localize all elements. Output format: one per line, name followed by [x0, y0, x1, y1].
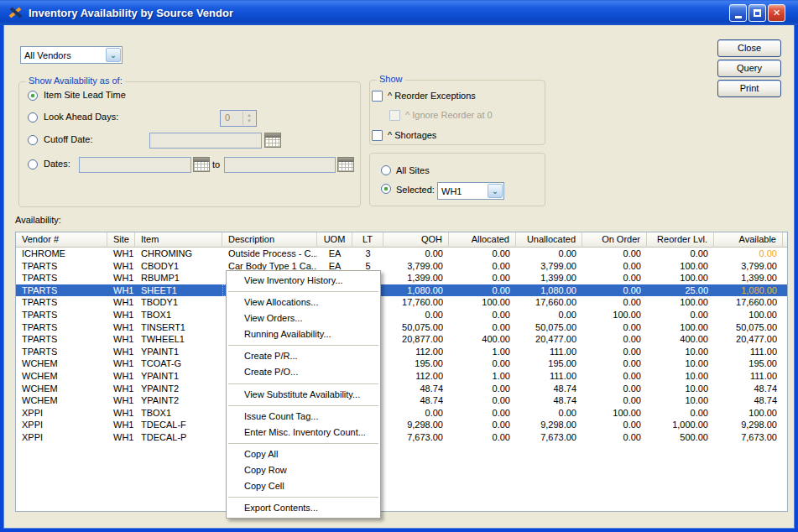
- table-row[interactable]: WCHEMWH1YPAINT2Y48.740.0048.740.0010.004…: [16, 383, 787, 395]
- menu-separator: [228, 405, 378, 406]
- table-row[interactable]: TPARTSWH1TBODY1T17,760.00100.0017,660.00…: [16, 296, 787, 309]
- availability-table[interactable]: Vendor #SiteItemDescriptionUOMLTQOHAlloc…: [15, 232, 788, 512]
- table-cell: 0.00: [647, 309, 714, 321]
- spinner-arrows-icon[interactable]: ▲▼: [243, 112, 255, 125]
- vendor-combo[interactable]: All Vendors ⌄: [20, 46, 123, 64]
- radio-look-ahead-days-label: Look Ahead Days:: [44, 112, 118, 122]
- column-header-reorder-lvl-[interactable]: Reorder Lvl.: [647, 232, 714, 248]
- cutoff-date-input[interactable]: [149, 133, 262, 149]
- column-header-on-order[interactable]: On Order: [582, 232, 647, 248]
- table-cell: 0.00: [383, 248, 449, 260]
- column-header-allocated[interactable]: Allocated: [449, 232, 516, 248]
- radio-all-sites[interactable]: [381, 165, 391, 175]
- table-cell: TDECAL-P: [135, 431, 222, 444]
- column-header-vendor-[interactable]: Vendor #: [16, 232, 107, 248]
- table-cell: 100.00: [647, 321, 714, 334]
- ignore-reorder-label: ^ Ignore Reorder at 0: [405, 110, 493, 120]
- calendar-icon[interactable]: [193, 157, 210, 172]
- table-row[interactable]: TPARTSWH1TWHEEL1T20,877.00400.0020,477.0…: [16, 333, 787, 346]
- table-cell: TPARTS: [16, 309, 107, 321]
- radio-item-site-lead-time[interactable]: [28, 91, 38, 101]
- table-cell: 0.00: [449, 383, 516, 395]
- calendar-icon[interactable]: [264, 133, 281, 148]
- table-row[interactable]: TPARTSWH1YPAINT1Y112.001.00111.000.0010.…: [16, 346, 787, 358]
- show-caption: Show: [377, 74, 405, 84]
- table-row[interactable]: ICHROMEWH1CHROMINGOutside Process - C...…: [16, 248, 787, 260]
- table-row[interactable]: XPPIWH1TDECAL-FF9,298.000.009,298.000.00…: [16, 419, 787, 431]
- table-cell: 195.00: [714, 357, 783, 370]
- table-cell: 195.00: [383, 357, 449, 370]
- menu-item-issue-count-tag[interactable]: Issue Count Tag...: [227, 409, 380, 425]
- menu-item-copy-cell[interactable]: Copy Cell: [227, 478, 380, 494]
- menu-item-view-orders[interactable]: View Orders...: [227, 310, 380, 326]
- table-cell: 100.00: [714, 407, 783, 420]
- menu-item-create-p-o[interactable]: Create P/O...: [227, 364, 380, 380]
- menu-item-export-contents[interactable]: Export Contents...: [227, 500, 380, 516]
- table-row[interactable]: TPARTSWH1RBUMP1T1,399.000.001,399.000.00…: [16, 272, 787, 284]
- print-button[interactable]: Print: [717, 80, 781, 97]
- table-cell: 7,673.00: [383, 431, 449, 444]
- table-cell: 0.00: [647, 407, 714, 420]
- site-combo[interactable]: WH1 ⌄: [437, 182, 504, 200]
- menu-item-running-availability[interactable]: Running Availability...: [227, 326, 380, 342]
- radio-cutoff-date[interactable]: [28, 135, 38, 145]
- table-cell: 0.00: [516, 248, 582, 260]
- column-header-uom[interactable]: UOM: [317, 232, 352, 248]
- radio-selected-site[interactable]: [381, 184, 391, 194]
- date-from-input[interactable]: [79, 157, 191, 173]
- column-header-item[interactable]: Item: [135, 232, 222, 248]
- table-cell: 100.00: [647, 272, 714, 284]
- close-icon[interactable]: ✕: [768, 4, 785, 22]
- column-header-site[interactable]: Site: [107, 232, 135, 248]
- table-row[interactable]: XPPIWH1TDECAL-PF7,673.000.007,673.000.00…: [16, 431, 787, 444]
- table-row[interactable]: WCHEMWH1TCOAT-GC195.000.00195.000.0010.0…: [16, 357, 787, 370]
- table-row[interactable]: WCHEMWH1YPAINT1Y112.001.00111.000.0010.0…: [16, 370, 787, 383]
- table-cell: 0.00: [582, 272, 647, 284]
- ignore-reorder-checkbox[interactable]: [389, 110, 400, 121]
- table-row[interactable]: WCHEMWH1YPAINT2Y48.740.0048.740.0010.004…: [16, 394, 787, 407]
- look-ahead-days-value: 0: [225, 112, 230, 123]
- calendar-icon[interactable]: [337, 157, 354, 172]
- table-row[interactable]: TPARTSWH1TINSERT1F50,075.000.0050,075.00…: [16, 321, 787, 334]
- menu-item-view-allocations[interactable]: View Allocations...: [227, 295, 380, 310]
- menu-item-create-p-r[interactable]: Create P/R...: [227, 348, 380, 364]
- table-cell: TBOX1: [135, 407, 222, 420]
- menu-item-view-inventory-history[interactable]: View Inventory History...: [227, 273, 380, 289]
- maximize-icon[interactable]: [748, 4, 766, 22]
- table-cell: 48.74: [714, 394, 783, 407]
- query-button[interactable]: Query: [717, 60, 781, 77]
- table-cell: 0.00: [449, 272, 516, 284]
- radio-cutoff-date-label: Cutoff Date:: [44, 134, 93, 144]
- close-button[interactable]: Close: [717, 39, 781, 57]
- titlebar[interactable]: Inventory Availability by Source Vendor …: [0, 0, 798, 25]
- table-cell: 100.00: [647, 260, 714, 273]
- table-row[interactable]: TPARTSWH1SHEET1S1,080.000.001,080.000.00…: [16, 284, 787, 297]
- table-cell: WH1: [107, 321, 135, 334]
- menu-item-copy-all[interactable]: Copy All: [227, 446, 380, 462]
- table-cell: 195.00: [516, 357, 582, 370]
- column-header-unallocated[interactable]: Unallocated: [516, 232, 582, 248]
- menu-item-enter-misc-inventory-count[interactable]: Enter Misc. Inventory Count...: [227, 425, 380, 441]
- shortages-checkbox[interactable]: [372, 130, 383, 141]
- table-cell: 1.00: [449, 346, 516, 358]
- menu-item-view-substitute-availability[interactable]: View Substitute Availability...: [227, 387, 380, 403]
- radio-dates[interactable]: [28, 159, 38, 170]
- chevron-down-icon[interactable]: ⌄: [488, 184, 503, 198]
- column-header-description[interactable]: Description: [222, 232, 317, 248]
- table-row[interactable]: TPARTSWH1CBODY1Car Body Type 1 Ca...EA53…: [16, 260, 787, 273]
- table-cell: RBUMP1: [135, 272, 222, 284]
- column-header-available[interactable]: Available: [714, 232, 783, 248]
- minimize-icon[interactable]: [729, 4, 747, 22]
- table-cell: TPARTS: [16, 284, 107, 297]
- table-cell: 111.00: [516, 370, 582, 383]
- date-to-input[interactable]: [224, 157, 336, 173]
- chevron-down-icon[interactable]: ⌄: [106, 48, 121, 62]
- look-ahead-days-spinner[interactable]: 0 ▲▼: [220, 110, 257, 127]
- reorder-exceptions-checkbox[interactable]: [372, 91, 383, 102]
- column-header-lt[interactable]: LT: [352, 232, 383, 248]
- radio-look-ahead-days[interactable]: [28, 112, 38, 123]
- menu-item-copy-row[interactable]: Copy Row: [227, 462, 380, 478]
- column-header-qoh[interactable]: QOH: [383, 232, 449, 248]
- table-row[interactable]: TPARTSWH1TBOX1F0.000.000.00100.000.00100…: [16, 309, 787, 321]
- table-row[interactable]: XPPIWH1TBOX1F0.000.000.00100.000.00100.0…: [16, 407, 787, 420]
